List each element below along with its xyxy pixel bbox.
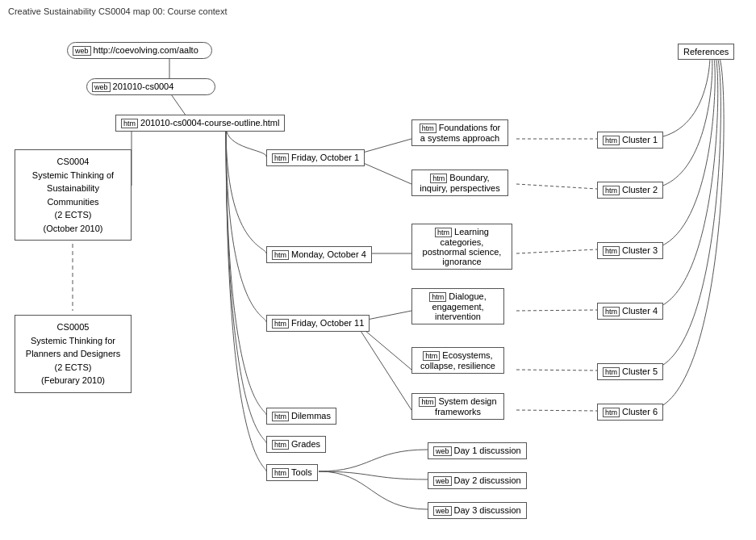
cs0005-label: CS0005Systemic Thinking forPlanners and … (26, 322, 120, 385)
references-label: References (683, 47, 729, 57)
cluster1-label: Cluster 1 (622, 135, 658, 144)
learning-node[interactable]: htmLearning categories, postnormal scien… (411, 224, 512, 270)
dilemmas-label: Dilemmas (291, 411, 331, 421)
foundations-node[interactable]: htmFoundations for a systems approach (411, 119, 508, 146)
htm-badge-grades: htm (272, 440, 289, 450)
cluster5-node[interactable]: htmCluster 5 (597, 363, 663, 380)
web-badge-day2: web (433, 476, 452, 486)
svg-line-11 (516, 249, 597, 253)
htm-badge-outline: htm (121, 119, 138, 128)
cluster5-label: Cluster 5 (622, 366, 658, 376)
references-node[interactable]: References (678, 44, 734, 60)
htm-badge-fri1: htm (272, 153, 289, 163)
cluster4-label: Cluster 4 (622, 306, 658, 316)
grades-node[interactable]: htmGrades (266, 436, 326, 453)
day3-label: Day 3 discussion (454, 505, 521, 515)
htm-badge-fri11: htm (272, 319, 289, 329)
cs0004-box: CS0004Systemic Thinking ofSustainability… (15, 149, 132, 241)
htm-badge-sysdesign: htm (419, 397, 436, 407)
htm-badge-c1: htm (603, 136, 620, 145)
url2-node[interactable]: web201010-cs0004 (86, 78, 215, 95)
day2-label: Day 2 discussion (454, 475, 521, 485)
fri-oct1-label: Friday, October 1 (291, 153, 359, 162)
htm-badge-foundations: htm (420, 123, 436, 133)
url2-label: 201010-cs0004 (113, 82, 174, 91)
svg-line-12 (516, 310, 597, 311)
fri-oct1-node[interactable]: htmFriday, October 1 (266, 149, 365, 166)
cluster3-label: Cluster 3 (622, 245, 658, 255)
ecosystems-node[interactable]: htmEcosystems, collapse, resilience (411, 347, 504, 374)
cluster3-node[interactable]: htmCluster 3 (597, 242, 663, 259)
url1-node[interactable]: webhttp://coevolving.com/aalto (67, 42, 212, 59)
svg-line-14 (516, 410, 597, 411)
outline-label: 201010-cs0004-course-outline.html (140, 118, 279, 128)
sysdesign-node[interactable]: htmSystem design frameworks (411, 393, 504, 420)
web-badge-1: web (73, 46, 91, 56)
htm-badge-c2: htm (603, 186, 620, 195)
htm-badge-boundary: htm (430, 174, 447, 183)
htm-badge-c6: htm (603, 408, 620, 417)
day1-label: Day 1 discussion (454, 446, 521, 455)
web-badge-day1: web (433, 446, 452, 456)
svg-line-10 (516, 184, 597, 189)
htm-badge-mon4: htm (272, 250, 289, 260)
htm-badge-tools: htm (272, 468, 289, 478)
fri-oct11-node[interactable]: htmFriday, October 11 (266, 315, 370, 332)
svg-line-8 (355, 322, 411, 410)
day2-node[interactable]: webDay 2 discussion (428, 472, 527, 489)
cs0004-label: CS0004Systemic Thinking ofSustainability… (32, 157, 114, 233)
htm-badge-ecosystems: htm (423, 351, 440, 361)
htm-badge-c3: htm (603, 246, 620, 256)
cluster2-label: Cluster 2 (622, 185, 658, 195)
htm-badge-dilemmas: htm (272, 412, 289, 421)
tools-label: Tools (291, 467, 312, 477)
web-badge-day3: web (433, 506, 452, 516)
htm-badge-learning: htm (435, 228, 452, 237)
svg-line-13 (516, 370, 597, 370)
mon-oct4-label: Monday, October 4 (291, 249, 366, 259)
dialogue-node[interactable]: htmDialogue, engagement, intervention (411, 288, 504, 324)
htm-badge-c5: htm (603, 367, 620, 377)
web-badge-2: web (92, 82, 111, 92)
outline-node[interactable]: htm201010-cs0004-course-outline.html (115, 115, 285, 132)
cluster2-node[interactable]: htmCluster 2 (597, 182, 663, 199)
tools-node[interactable]: htmTools (266, 464, 318, 481)
grades-label: Grades (291, 439, 320, 449)
cluster6-node[interactable]: htmCluster 6 (597, 404, 663, 421)
sysdesign-label: System design frameworks (435, 396, 497, 417)
cluster6-label: Cluster 6 (622, 407, 658, 417)
url1-label: http://coevolving.com/aalto (94, 45, 198, 55)
page-title: Creative Sustainability CS0004 map 00: C… (8, 6, 227, 16)
cluster1-node[interactable]: htmCluster 1 (597, 132, 663, 149)
boundary-node[interactable]: htmBoundary, inquiry, perspectives (411, 170, 508, 196)
day3-node[interactable]: webDay 3 discussion (428, 502, 527, 519)
htm-badge-dialogue: htm (429, 292, 446, 302)
cs0005-box: CS0005Systemic Thinking forPlanners and … (15, 315, 132, 393)
day1-node[interactable]: webDay 1 discussion (428, 442, 527, 459)
fri-oct11-label: Friday, October 11 (291, 318, 364, 328)
cluster4-node[interactable]: htmCluster 4 (597, 303, 663, 320)
dilemmas-node[interactable]: htmDilemmas (266, 408, 336, 425)
htm-badge-c4: htm (603, 307, 620, 316)
mon-oct4-node[interactable]: htmMonday, October 4 (266, 246, 372, 263)
